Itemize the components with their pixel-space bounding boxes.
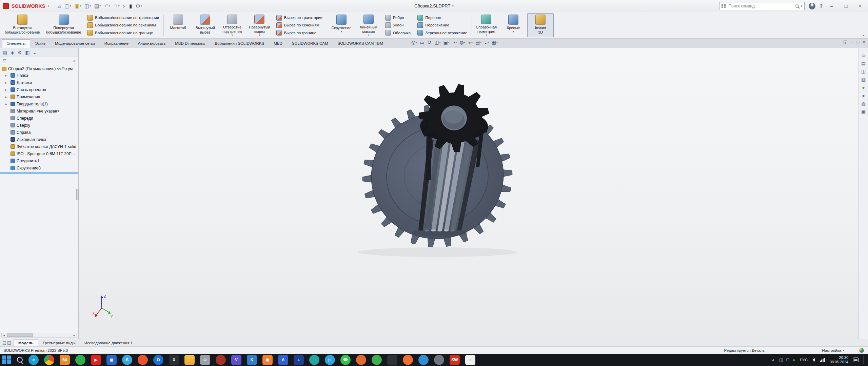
- taskbar-app-icon[interactable]: ▶: [91, 355, 101, 365]
- feature-tree-item[interactable]: Спереди: [0, 115, 78, 122]
- tray-icon[interactable]: ⊡: [786, 358, 790, 362]
- view-toolbar-button[interactable]: ▦ ▾: [491, 39, 499, 45]
- taskbar-app-icon[interactable]: [403, 355, 413, 365]
- user-profile-icon[interactable]: [809, 3, 815, 9]
- quick-access-button[interactable]: ↶ ▾: [103, 3, 111, 9]
- task-pane-icon[interactable]: ●: [862, 85, 865, 90]
- taskbar-app-icon[interactable]: S: [122, 355, 132, 365]
- commandmanager-tab[interactable]: Анализировать: [133, 39, 170, 48]
- quick-access-button[interactable]: ⌂: [57, 3, 62, 9]
- help-icon[interactable]: ?: [820, 3, 823, 9]
- task-pane-icon[interactable]: ▥: [861, 77, 866, 82]
- ribbon-button[interactable]: Скругление ▾: [328, 13, 355, 37]
- feature-tree-item[interactable]: ▸ Датчики: [0, 79, 78, 86]
- expand-arrow-icon[interactable]: ▸: [5, 81, 9, 84]
- language-indicator[interactable]: РУС: [800, 358, 808, 362]
- view-toolbar-button[interactable]: ◍ ▾: [458, 39, 466, 45]
- taskbar-app-icon[interactable]: [216, 355, 226, 365]
- taskbar-app-icon[interactable]: ▣: [262, 355, 273, 365]
- quick-access-button[interactable]: ⚙ ▾: [135, 3, 143, 9]
- taskbar-app-icon[interactable]: [434, 355, 444, 365]
- chevron-down-icon[interactable]: ▾: [368, 34, 369, 37]
- taskbar-app-icon[interactable]: 64: [60, 355, 70, 365]
- taskbar-app-icon[interactable]: [387, 355, 397, 365]
- ribbon-stack-item[interactable]: Уклон: [383, 22, 413, 28]
- chevron-down-icon[interactable]: ▾: [801, 4, 803, 8]
- filter-icon[interactable]: ▽: [3, 58, 6, 63]
- minimize-button[interactable]: –: [827, 3, 837, 9]
- ribbon-stack-item[interactable]: Бобышка/основание по сечениям: [85, 22, 161, 28]
- ribbon-button[interactable]: Кривые ▾: [500, 13, 527, 37]
- chevron-down-icon[interactable]: ▾: [109, 4, 110, 7]
- chevron-down-icon[interactable]: ▾: [118, 4, 120, 7]
- scrollbar-track[interactable]: [6, 333, 72, 337]
- quick-access-button[interactable]: ▹: [122, 3, 127, 9]
- feature-tree-item[interactable]: Материал <не указан>: [0, 107, 78, 115]
- commandmanager-tab[interactable]: Моделирование сетки: [50, 39, 100, 48]
- quick-access-button[interactable]: ◫ ▾: [83, 3, 92, 9]
- view-toolbar-button[interactable]: ◒ ▾: [483, 39, 490, 45]
- feature-tree-item[interactable]: ▸ Связь проектов: [0, 86, 78, 93]
- chevron-down-icon[interactable]: ▾: [416, 41, 417, 44]
- model-window-control-icon[interactable]: ×: [863, 39, 865, 44]
- feature-tree-item[interactable]: ISO - Spur gear 0.6M 11T 20PA 12F: [0, 150, 78, 157]
- close-button[interactable]: ×: [855, 3, 865, 9]
- panel-tab-icon[interactable]: ▤: [3, 50, 7, 55]
- ribbon-stack-item[interactable]: Бобышка/основание на границе: [85, 29, 161, 36]
- ribbon-stack-item[interactable]: Пересечение: [415, 22, 469, 28]
- search-category-icon[interactable]: [722, 4, 726, 8]
- feature-tree-item[interactable]: ▸ Папка: [0, 72, 78, 79]
- ribbon-button[interactable]: Повернутая бобышка/основание: [43, 13, 84, 37]
- view-toolbar-button[interactable]: ↺: [426, 39, 433, 45]
- chevron-down-icon[interactable]: ▾: [448, 41, 450, 44]
- taskbar-app-icon[interactable]: [138, 355, 148, 365]
- ribbon-button[interactable]: Вытянутая бобышка/основание: [2, 13, 43, 37]
- search-input[interactable]: [728, 3, 793, 9]
- ribbon-button[interactable]: Линейный массив ▾: [355, 13, 382, 37]
- chevron-down-icon[interactable]: ▾: [488, 41, 489, 44]
- panel-splitter-handle[interactable]: [76, 189, 79, 200]
- graphics-viewport[interactable]: Z X Y: [79, 48, 859, 339]
- quick-access-button[interactable]: ▣ ▾: [74, 3, 82, 9]
- ribbon-stack-item[interactable]: Перенос: [415, 15, 469, 21]
- chevron-down-icon[interactable]: ▾: [452, 4, 454, 8]
- task-pane-icon[interactable]: ▣: [861, 109, 866, 115]
- expand-arrow-icon[interactable]: ▸: [5, 95, 9, 99]
- taskbar-search-icon[interactable]: [16, 356, 24, 364]
- split-icon[interactable]: [3, 341, 6, 345]
- clock[interactable]: 20:30 08.05.2024: [830, 355, 848, 364]
- taskbar-app-icon[interactable]: ☎: [340, 355, 351, 365]
- ribbon-stack-item[interactable]: Бобышка/основание по траектории: [85, 15, 161, 21]
- taskbar-app-icon[interactable]: SW: [450, 355, 460, 365]
- taskbar-app-icon[interactable]: [184, 355, 195, 365]
- feature-tree-item[interactable]: ▸ Твердые тела(1): [0, 100, 78, 107]
- commandmanager-tab[interactable]: SOLIDWORKS CAM TBM: [333, 39, 388, 48]
- commandmanager-tab[interactable]: MBD: [269, 39, 287, 48]
- network-icon[interactable]: [820, 358, 825, 362]
- feature-tree-item[interactable]: Сверху: [0, 122, 78, 129]
- status-tag-icon[interactable]: [859, 348, 864, 353]
- collapse-panel-icon[interactable]: »: [73, 58, 76, 63]
- commandmanager-tab[interactable]: Исправление: [100, 39, 133, 48]
- taskbar-app-icon[interactable]: A: [278, 355, 288, 365]
- ribbon-stack-item[interactable]: Ребро: [383, 15, 413, 21]
- notification-center-icon[interactable]: [853, 358, 859, 362]
- commandmanager-tab[interactable]: Эскиз: [30, 39, 50, 48]
- taskbar-app-icon[interactable]: X: [169, 355, 179, 365]
- quick-access-button[interactable]: ▮: [128, 3, 133, 9]
- task-pane-icon[interactable]: ▤: [861, 60, 866, 66]
- gear-part-model[interactable]: [313, 79, 564, 296]
- commandmanager-tab[interactable]: Элементы: [2, 39, 30, 48]
- panel-tab-icon[interactable]: ◈: [11, 50, 14, 55]
- taskbar-app-icon[interactable]: V: [231, 355, 241, 365]
- quick-access-button[interactable]: ▤ ▾: [93, 3, 102, 9]
- rollback-bar[interactable]: [0, 172, 78, 174]
- scrollbar-thumb[interactable]: [7, 333, 33, 337]
- viewport-split-controls[interactable]: [0, 339, 14, 346]
- chevron-down-icon[interactable]: ▾: [471, 41, 473, 44]
- expand-arrow-icon[interactable]: ▸: [5, 74, 9, 77]
- expand-arrow-icon[interactable]: ▸: [5, 102, 9, 106]
- panel-horizontal-scrollbar[interactable]: ◂ ▸: [1, 333, 77, 338]
- chevron-down-icon[interactable]: ▾: [70, 4, 71, 7]
- chevron-down-icon[interactable]: ▾: [480, 41, 481, 44]
